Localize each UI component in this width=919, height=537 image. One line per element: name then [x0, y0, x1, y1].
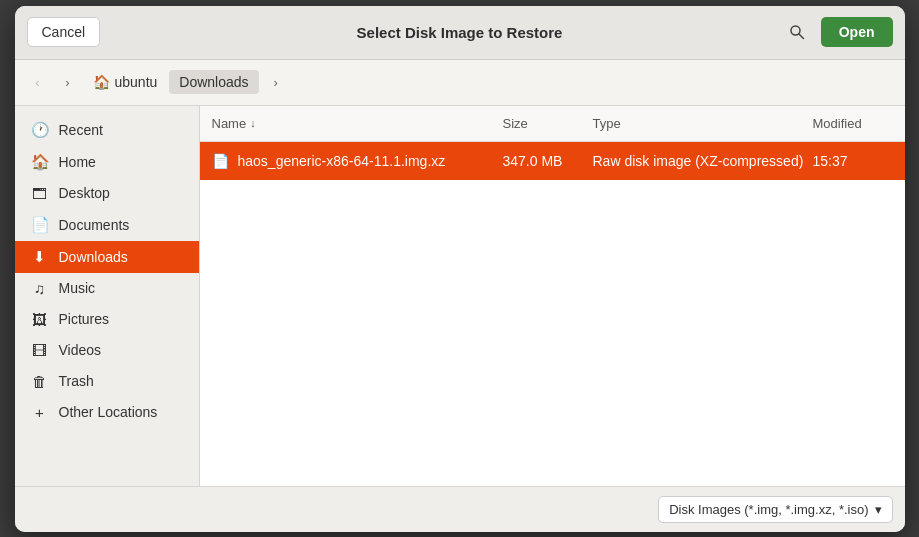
breadcrumb-forward-button[interactable]: › — [263, 69, 289, 95]
filter-dropdown[interactable]: Disk Images (*.img, *.img.xz, *.iso) ▾ — [658, 496, 892, 523]
back-arrow-icon: ‹ — [35, 75, 39, 90]
search-icon — [789, 24, 805, 40]
sidebar-item-videos[interactable]: 🎞Videos — [15, 335, 199, 366]
home-icon: 🏠 — [31, 153, 49, 171]
desktop-icon: 🗔 — [31, 185, 49, 202]
size-column-header: Size — [503, 116, 593, 131]
back-button[interactable]: ‹ — [25, 69, 51, 95]
file-type: Raw disk image (XZ-compressed) — [593, 153, 813, 169]
documents-icon: 📄 — [31, 216, 49, 234]
downloads-icon: ⬇ — [31, 248, 49, 266]
breadcrumb-current[interactable]: Downloads — [169, 70, 258, 94]
breadcrumb-home[interactable]: 🏠 ubuntu — [85, 70, 166, 94]
dialog-body: 🕐Recent🏠Home🗔Desktop📄Documents⬇Downloads… — [15, 106, 905, 486]
sidebar-item-music[interactable]: ♫Music — [15, 273, 199, 304]
titlebar-right: Open — [781, 16, 893, 48]
sidebar-item-documents[interactable]: 📄Documents — [15, 209, 199, 241]
sidebar-item-downloads-label: Downloads — [59, 249, 128, 265]
sidebar: 🕐Recent🏠Home🗔Desktop📄Documents⬇Downloads… — [15, 106, 200, 486]
chevron-right-icon: › — [273, 75, 277, 90]
forward-button[interactable]: › — [55, 69, 81, 95]
sidebar-item-other-locations[interactable]: +Other Locations — [15, 397, 199, 428]
sidebar-item-music-label: Music — [59, 280, 96, 296]
open-button[interactable]: Open — [821, 17, 893, 47]
sidebar-item-downloads[interactable]: ⬇Downloads — [15, 241, 199, 273]
music-icon: ♫ — [31, 280, 49, 297]
sidebar-item-videos-label: Videos — [59, 342, 102, 358]
dialog-title: Select Disk Image to Restore — [357, 24, 563, 41]
sidebar-item-trash-label: Trash — [59, 373, 94, 389]
file-modified: 15:37 — [813, 153, 893, 169]
footer: Disk Images (*.img, *.img.xz, *.iso) ▾ — [15, 486, 905, 532]
file-list: 📄haos_generic-x86-64-11.1.img.xz347.0 MB… — [200, 142, 905, 486]
sidebar-item-home-label: Home — [59, 154, 96, 170]
titlebar: Cancel Select Disk Image to Restore Open — [15, 6, 905, 60]
sidebar-item-other-locations-label: Other Locations — [59, 404, 158, 420]
file-icon: 📄 — [212, 153, 232, 169]
file-name: haos_generic-x86-64-11.1.img.xz — [238, 153, 503, 169]
sidebar-item-recent-label: Recent — [59, 122, 103, 138]
file-list-header: Name ↓ Size Type Modified — [200, 106, 905, 142]
file-chooser-dialog: Cancel Select Disk Image to Restore Open… — [15, 6, 905, 532]
home-folder-icon: 🏠 — [93, 74, 110, 90]
recent-icon: 🕐 — [31, 121, 49, 139]
dropdown-arrow-icon: ▾ — [875, 502, 882, 517]
videos-icon: 🎞 — [31, 342, 49, 359]
other-locations-icon: + — [31, 404, 49, 421]
file-size: 347.0 MB — [503, 153, 593, 169]
svg-line-1 — [799, 34, 804, 39]
sidebar-item-desktop[interactable]: 🗔Desktop — [15, 178, 199, 209]
sidebar-item-trash[interactable]: 🗑Trash — [15, 366, 199, 397]
cancel-button[interactable]: Cancel — [27, 17, 101, 47]
navigation-bar: ‹ › 🏠 ubuntu Downloads › — [15, 60, 905, 106]
sidebar-item-desktop-label: Desktop — [59, 185, 110, 201]
sort-arrow-icon: ↓ — [250, 117, 256, 129]
name-column-header[interactable]: Name ↓ — [212, 116, 503, 131]
sidebar-item-pictures-label: Pictures — [59, 311, 110, 327]
sidebar-item-home[interactable]: 🏠Home — [15, 146, 199, 178]
sidebar-item-documents-label: Documents — [59, 217, 130, 233]
sidebar-item-pictures[interactable]: 🖼Pictures — [15, 304, 199, 335]
search-button[interactable] — [781, 16, 813, 48]
type-column-header: Type — [593, 116, 813, 131]
table-row[interactable]: 📄haos_generic-x86-64-11.1.img.xz347.0 MB… — [200, 142, 905, 180]
sidebar-item-recent[interactable]: 🕐Recent — [15, 114, 199, 146]
pictures-icon: 🖼 — [31, 311, 49, 328]
forward-arrow-icon: › — [65, 75, 69, 90]
file-area: Name ↓ Size Type Modified 📄haos_generic-… — [200, 106, 905, 486]
breadcrumb-home-label: ubuntu — [115, 74, 158, 90]
trash-icon: 🗑 — [31, 373, 49, 390]
filter-label: Disk Images (*.img, *.img.xz, *.iso) — [669, 502, 868, 517]
modified-column-header: Modified — [813, 116, 893, 131]
